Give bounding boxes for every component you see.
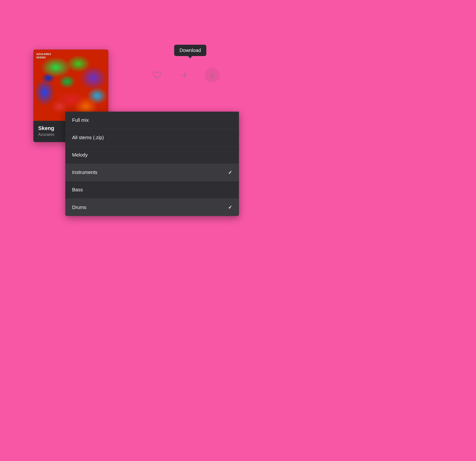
menu-item-melody[interactable]: Melody [65,146,239,164]
checkmark-icon: ✓ [228,204,232,210]
menu-item-label: All stems (.zip) [72,135,104,140]
menu-item-label: Melody [72,152,88,158]
menu-item-label: Bass [72,187,83,193]
album-art-label: AZUCARES SKENG [36,52,51,59]
menu-item-drums[interactable]: Drums✓ [65,199,239,216]
add-button[interactable] [177,68,192,83]
menu-item-label: Instruments [72,170,97,175]
menu-item-label: Drums [72,205,86,210]
menu-item-instruments[interactable]: Instruments✓ [65,164,239,181]
plus-icon [180,71,189,80]
download-tooltip: Download [174,45,206,56]
like-button[interactable] [149,68,164,83]
menu-item-full-mix[interactable]: Full mix [65,112,239,129]
menu-item-label: Full mix [72,117,89,123]
action-icons-row [149,68,220,83]
download-icon [208,71,216,80]
album-art: AZUCARES SKENG [33,49,108,121]
heart-icon [153,71,161,80]
menu-item-bass[interactable]: Bass [65,181,239,199]
menu-item-all-stems-zip[interactable]: All stems (.zip) [65,129,239,146]
download-menu: Full mixAll stems (.zip)MelodyInstrument… [65,112,239,216]
download-button[interactable] [205,68,220,83]
checkmark-icon: ✓ [228,170,232,175]
